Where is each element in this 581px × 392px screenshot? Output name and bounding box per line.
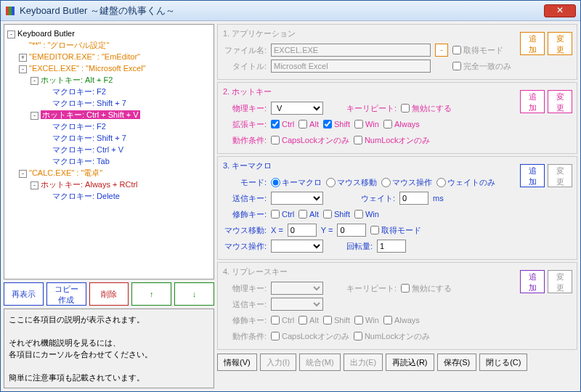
mode-wait-radio[interactable] — [436, 178, 446, 187]
r-shift-check[interactable] — [323, 316, 332, 324]
tree-label: ホットキー: Alt + F2 — [41, 75, 113, 84]
tree-label: マクロキー: F2 — [52, 87, 106, 96]
reload-button[interactable]: 再読込(R) — [386, 354, 434, 371]
x-input[interactable] — [288, 224, 317, 237]
r-ctrl-check[interactable] — [271, 316, 280, 324]
alt-check[interactable] — [298, 120, 307, 128]
mop-select[interactable] — [271, 240, 323, 253]
tree-item[interactable]: -"CALC.EXE" : "電卓" — [7, 167, 211, 179]
tree-button-row: 再表示 コピー作成 削除 ↑ ↓ — [4, 282, 214, 306]
redisplay-button[interactable]: 再表示 — [4, 282, 44, 306]
y-input[interactable] — [337, 224, 366, 237]
tree-item[interactable]: +"EMEDITOR.EXE" : "EmEditor" — [7, 51, 211, 62]
r-win-check[interactable] — [354, 316, 363, 324]
m-ctrl-check[interactable] — [271, 210, 280, 219]
always-check[interactable] — [383, 120, 392, 128]
mode-macro-radio[interactable] — [271, 178, 280, 187]
expand-icon[interactable]: - — [31, 181, 38, 189]
rot-input[interactable] — [377, 240, 406, 253]
tree-item[interactable]: -ホットキー: Always + RCtrl — [7, 179, 211, 190]
application-group: 1. アプリケーション 追加 変更 ファイル名: - 取得モード タイトル: 完… — [217, 24, 577, 80]
tree-item[interactable]: マクロキー: Shift + 7 — [7, 97, 211, 109]
expand-icon[interactable]: - — [19, 65, 27, 73]
caps-check[interactable] — [271, 136, 280, 144]
hot-add-button[interactable]: 追加 — [520, 90, 545, 113]
sendkey-label: 送信キー: — [223, 193, 267, 204]
shift-check[interactable] — [323, 120, 332, 128]
win-check[interactable] — [354, 120, 363, 128]
macro-add-button[interactable]: 追加 — [520, 164, 545, 187]
r-alt-check[interactable] — [298, 316, 307, 324]
m-getmode-check[interactable] — [370, 226, 379, 234]
tree-item[interactable]: -ホットキー: Alt + F2 — [7, 74, 211, 86]
tree-item[interactable]: マクロキー: Ctrl + V — [7, 144, 211, 155]
group-title: 1. アプリケーション — [223, 28, 572, 39]
svg-rect-0 — [6, 7, 9, 15]
ctrl-check[interactable] — [271, 120, 280, 128]
wait-input[interactable] — [399, 192, 428, 205]
disable-check[interactable] — [401, 104, 410, 113]
mode-move-radio[interactable] — [326, 178, 336, 187]
tree-item[interactable]: マクロキー: Tab — [7, 155, 211, 167]
delete-button[interactable]: 削除 — [89, 282, 129, 306]
tree-label: マクロキー: Delete — [52, 192, 120, 200]
move-up-button[interactable]: ↑ — [131, 282, 171, 306]
merge-button[interactable]: 統合(M) — [299, 354, 341, 371]
macro-change-button[interactable]: 変更 — [548, 164, 572, 187]
rep-add-button[interactable]: 追加 — [520, 270, 545, 293]
expand-icon[interactable]: + — [19, 54, 27, 62]
title-input[interactable] — [271, 60, 431, 73]
hot-change-button[interactable]: 変更 — [548, 90, 572, 113]
save-button[interactable]: 保存(S) — [437, 354, 477, 371]
r-always-check[interactable] — [383, 316, 392, 324]
group-title: 2. ホットキー — [223, 86, 572, 97]
m-win-check[interactable] — [354, 210, 363, 219]
r-caps-check[interactable] — [271, 332, 280, 340]
mmove-label: マウス移動: — [223, 225, 267, 236]
tree-item[interactable]: マクロキー: Delete — [7, 190, 211, 202]
expand-icon[interactable]: - — [19, 170, 27, 178]
physkey-select[interactable]: V — [271, 102, 323, 115]
help-line: 簡単に注意事項も記載されています。 — [9, 372, 209, 383]
mode-op-radio[interactable] — [381, 178, 391, 187]
titlebar[interactable]: Keyboard Butler ～鍵盤の執事くん～ ✕ — [1, 1, 580, 21]
getmode-check[interactable] — [452, 46, 461, 54]
r-send-select[interactable] — [271, 298, 323, 311]
r-num-check[interactable] — [354, 332, 362, 340]
tree-item[interactable]: -Keyboard Butler — [7, 28, 211, 39]
info-button[interactable]: 情報(V) — [217, 354, 257, 371]
num-check[interactable] — [354, 136, 362, 144]
expand-icon[interactable]: - — [31, 112, 38, 120]
tree-item[interactable]: -"EXCEL.EXE" : "Microsoft Excel" — [7, 62, 211, 74]
copy-button[interactable]: コピー作成 — [46, 282, 86, 306]
exact-check[interactable] — [452, 62, 461, 70]
r-disable-check[interactable] — [401, 284, 410, 293]
tree-item[interactable]: -ホットキー: Ctrl + Shift + V — [7, 109, 211, 121]
wait-label: ウェイト: — [361, 193, 395, 204]
move-down-button[interactable]: ↓ — [174, 282, 214, 306]
rep-change-button[interactable]: 変更 — [548, 270, 572, 293]
app-change-button[interactable]: 変更 — [548, 32, 572, 55]
mode-label: モード: — [223, 177, 267, 188]
tree-item[interactable]: マクロキー: F2 — [7, 121, 211, 132]
expand-icon[interactable]: - — [7, 30, 15, 38]
expand-icon[interactable]: - — [31, 77, 38, 85]
ms-label: ms — [433, 194, 444, 203]
r-phys-select[interactable] — [271, 282, 323, 295]
minus-button[interactable]: - — [435, 44, 448, 57]
tree-item[interactable]: "**" : "グローバル設定" — [7, 39, 211, 51]
close-button[interactable]: 閉じる(C) — [479, 354, 527, 371]
m-alt-check[interactable] — [298, 210, 307, 219]
output-button[interactable]: 出力(E) — [344, 354, 383, 371]
tree-item[interactable]: マクロキー: Shift + 7 — [7, 132, 211, 144]
app-add-button[interactable]: 追加 — [520, 32, 545, 55]
filename-input[interactable] — [271, 44, 431, 57]
tree-label: マクロキー: Ctrl + V — [52, 145, 123, 154]
m-shift-check[interactable] — [323, 210, 332, 219]
tree-label: "EXCEL.EXE" : "Microsoft Excel" — [29, 64, 146, 73]
close-icon[interactable]: ✕ — [544, 4, 576, 17]
input-button[interactable]: 入力(I) — [260, 354, 296, 371]
tree-item[interactable]: マクロキー: F2 — [7, 86, 211, 97]
config-tree[interactable]: -Keyboard Butler"**" : "グローバル設定"+"EMEDIT… — [4, 24, 214, 279]
sendkey-select[interactable] — [271, 192, 323, 205]
